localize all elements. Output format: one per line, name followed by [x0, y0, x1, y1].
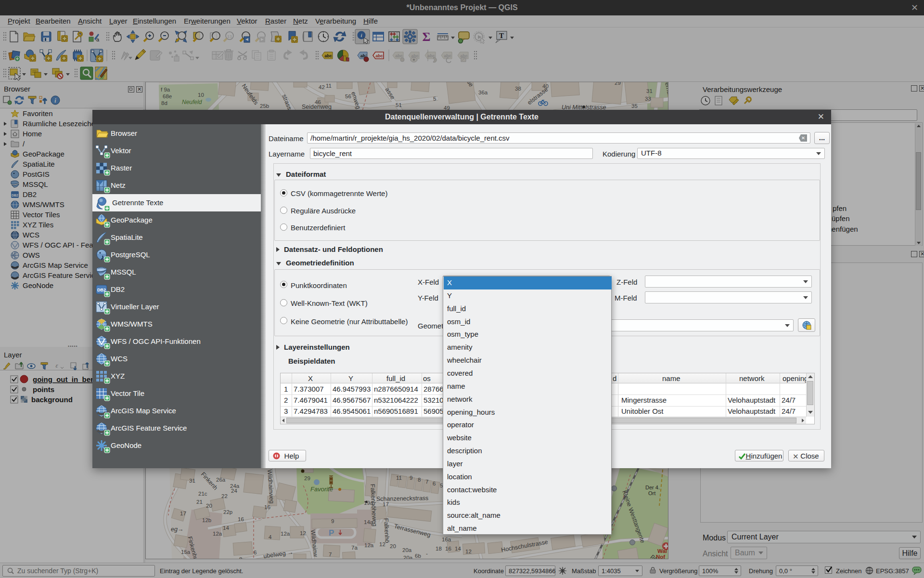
svg-text:✕: ✕: [801, 135, 805, 141]
